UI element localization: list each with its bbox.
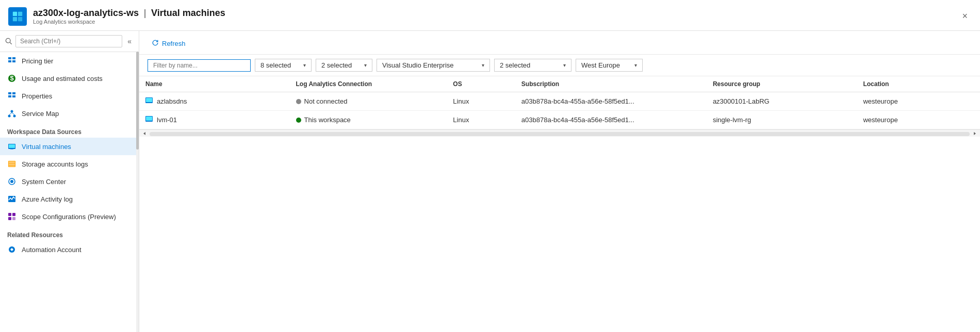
svg-rect-3 (18, 16, 22, 21)
sidebar-item-azure-activity-log[interactable]: Azure Activity log (0, 190, 139, 208)
chevron-down-icon: ▾ (482, 62, 484, 68)
toolbar: Refresh (139, 31, 980, 55)
svg-line-5 (10, 42, 12, 44)
refresh-label: Refresh (162, 40, 186, 47)
svg-rect-26 (9, 163, 15, 165)
vm-row-icon (145, 96, 154, 106)
sidebar-search-bar: « (0, 31, 139, 52)
filter-dropdown-workspace[interactable]: 2 selected ▾ (494, 59, 571, 72)
storage-icon (7, 159, 17, 169)
search-icon (5, 38, 12, 45)
col-header-subscription: Subscription (515, 76, 707, 92)
vm-table: Name Log Analytics Connection OS Subscri… (139, 76, 980, 129)
cell-name: azlabsdns (139, 92, 290, 111)
cell-connection: This workspace (290, 111, 447, 129)
dropdown-subscriptions-label: 8 selected (260, 61, 291, 69)
main-layout: « Pricing tier (0, 31, 980, 332)
sidebar-item-label-pricing-tier: Pricing tier (22, 57, 53, 65)
collapse-sidebar-button[interactable]: « (125, 36, 134, 46)
svg-rect-39 (146, 117, 152, 121)
svg-rect-23 (10, 148, 13, 150)
sidebar-item-label-usage-costs: Usage and estimated costs (22, 75, 103, 82)
svg-rect-37 (146, 98, 152, 102)
table-row[interactable]: lvm-01 This workspace Linux a03b878a-bc4… (139, 111, 980, 129)
sidebar-item-pricing-tier[interactable]: Pricing tier (0, 52, 139, 70)
horizontal-scrollbar[interactable] (139, 129, 980, 137)
sidebar-item-properties[interactable]: Properties (0, 87, 139, 105)
filter-row: 8 selected ▾ 2 selected ▾ Visual Studio … (139, 55, 980, 76)
cell-connection: Not connected (290, 92, 447, 111)
svg-point-17 (8, 115, 11, 118)
chevron-down-icon: ▾ (563, 62, 566, 68)
svg-rect-25 (9, 161, 15, 163)
cell-location: westeurope (857, 111, 980, 129)
scroll-right-arrow[interactable] (970, 130, 980, 137)
header-left: az300x-log-analytics-ws | Virtual machin… (8, 7, 225, 26)
scroll-left-arrow[interactable] (139, 130, 150, 137)
table-row[interactable]: azlabsdns Not connected Linux a03b878a-b… (139, 92, 980, 111)
sidebar-item-label-storage-accounts-logs: Storage accounts logs (22, 160, 88, 168)
sidebar-item-storage-accounts-logs[interactable]: Storage accounts logs (0, 155, 139, 173)
col-header-resource-group: Resource group (707, 76, 857, 92)
filter-dropdown-location[interactable]: West Europe ▾ (576, 59, 643, 72)
connection-status-dot (296, 118, 301, 123)
dropdown-resource-groups-label: 2 selected (321, 61, 352, 69)
scope-config-icon (7, 212, 17, 221)
svg-rect-31 (8, 213, 11, 216)
search-input[interactable] (15, 35, 122, 47)
filter-dropdown-visual-studio[interactable]: Visual Studio Enterprise ▾ (377, 59, 490, 72)
refresh-button[interactable]: Refresh (148, 37, 190, 50)
system-center-icon (7, 177, 17, 186)
sidebar-item-label-system-center: System Center (22, 178, 66, 186)
sidebar: « Pricing tier (0, 31, 139, 332)
sidebar-scrollbar-thumb (136, 52, 139, 150)
svg-rect-34 (12, 217, 15, 220)
svg-rect-2 (13, 16, 17, 21)
close-button[interactable]: × (958, 9, 972, 24)
col-header-os: OS (447, 76, 515, 92)
sidebar-item-label-service-map: Service Map (22, 110, 59, 118)
dropdown-location-label: West Europe (581, 61, 620, 69)
sidebar-item-service-map[interactable]: Service Map (0, 105, 139, 122)
svg-rect-0 (13, 11, 17, 15)
col-header-connection: Log Analytics Connection (290, 76, 447, 92)
sidebar-item-label-automation-account: Automation Account (22, 246, 81, 254)
svg-rect-6 (8, 57, 11, 59)
app-logo (8, 7, 27, 26)
svg-point-16 (11, 110, 13, 113)
nodes-icon (7, 109, 17, 118)
section-title-workspace: Workspace Data Sources (0, 122, 139, 138)
refresh-icon (152, 39, 159, 48)
dropdown-visual-studio-label: Visual Studio Enterprise (382, 61, 454, 69)
circle-icon: $ (7, 74, 17, 83)
filter-dropdown-resource-groups[interactable]: 2 selected ▾ (316, 59, 372, 72)
svg-marker-41 (974, 132, 976, 135)
header-subtitle: Log Analytics workspace (33, 19, 225, 25)
dropdown-workspace-label: 2 selected (500, 61, 530, 69)
cell-resource-group: az3000101-LabRG (707, 92, 857, 111)
connection-status-dot (296, 99, 301, 104)
sidebar-item-label-properties: Properties (22, 92, 52, 100)
svg-line-19 (9, 113, 12, 115)
cell-location: westeurope (857, 92, 980, 111)
table-header-row: Name Log Analytics Connection OS Subscri… (139, 76, 980, 92)
sidebar-item-system-center[interactable]: System Center (0, 173, 139, 190)
sidebar-item-usage-costs[interactable]: $ Usage and estimated costs (0, 70, 139, 87)
svg-rect-15 (12, 95, 15, 97)
sidebar-item-label-scope-configurations: Scope Configurations (Preview) (22, 213, 116, 221)
sidebar-item-label-virtual-machines: Virtual machines (22, 143, 71, 151)
grid-icon (7, 56, 17, 65)
svg-marker-40 (143, 132, 145, 135)
sidebar-item-virtual-machines[interactable]: Virtual machines (0, 138, 139, 155)
vm-menu-icon (7, 142, 17, 151)
svg-point-4 (6, 38, 10, 43)
svg-point-29 (10, 180, 13, 183)
sidebar-item-automation-account[interactable]: Automation Account (0, 241, 139, 258)
filter-by-name-input[interactable] (148, 59, 251, 72)
activity-log-icon (7, 194, 17, 204)
svg-line-20 (12, 113, 14, 115)
svg-rect-9 (12, 60, 15, 62)
sidebar-item-scope-configurations[interactable]: Scope Configurations (Preview) (0, 208, 139, 225)
filter-dropdown-subscriptions[interactable]: 8 selected ▾ (255, 59, 312, 72)
svg-rect-14 (8, 95, 11, 97)
